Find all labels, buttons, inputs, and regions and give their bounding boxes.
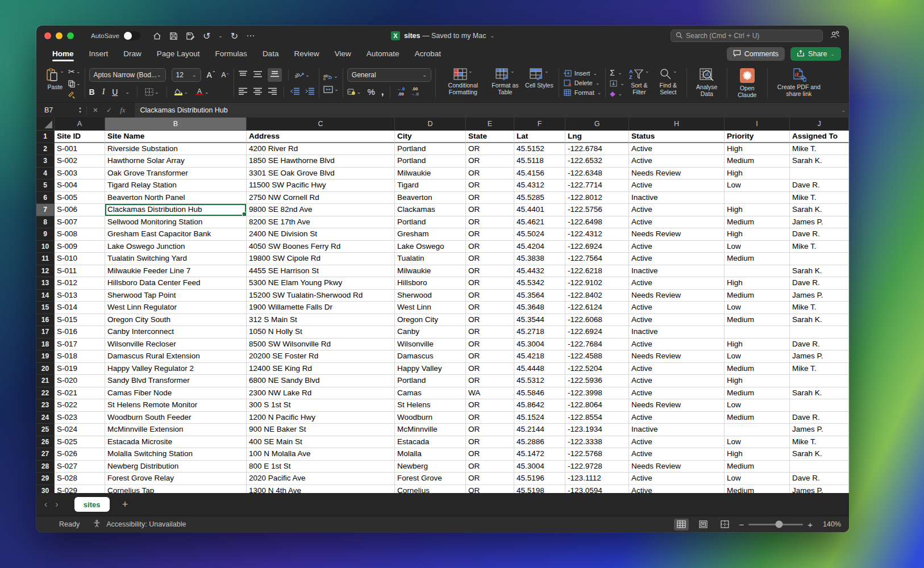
- cell-D19[interactable]: Damascus: [395, 350, 466, 363]
- bold-button[interactable]: B: [89, 87, 95, 97]
- cell-E23[interactable]: OR: [466, 399, 514, 412]
- cell-J16[interactable]: Sarah K.: [790, 314, 849, 327]
- row-header-4[interactable]: 4: [36, 168, 55, 180]
- cell-I14[interactable]: Medium: [725, 290, 790, 302]
- cell-H20[interactable]: Active: [629, 363, 725, 375]
- cell-H12[interactable]: Inactive: [629, 265, 725, 278]
- cell-D18[interactable]: Wilsonville: [395, 339, 466, 351]
- cell-I4[interactable]: High: [725, 168, 790, 180]
- cell-D14[interactable]: Sherwood: [395, 290, 466, 302]
- row-header-25[interactable]: 25: [36, 424, 55, 436]
- cell-H8[interactable]: Active: [629, 216, 725, 229]
- cell-D30[interactable]: Cornelius: [395, 485, 466, 494]
- cell-E4[interactable]: OR: [466, 168, 514, 180]
- cell-B16[interactable]: Oregon City South: [105, 314, 247, 327]
- more-commands-icon[interactable]: ⋯: [246, 31, 255, 41]
- normal-view-button[interactable]: [674, 519, 689, 531]
- create-pdf-button[interactable]: Create PDF and share link: [772, 65, 826, 101]
- cell-E12[interactable]: OR: [466, 265, 514, 278]
- clear-button[interactable]: ◆ ⌄: [610, 90, 625, 98]
- cell-I12[interactable]: [725, 265, 790, 278]
- cell-F18[interactable]: 45.3004: [514, 339, 565, 351]
- cell-E13[interactable]: OR: [466, 277, 514, 290]
- font-color-button[interactable]: A ⌄: [195, 88, 209, 95]
- decrease-font-size-button[interactable]: A⌄: [222, 70, 230, 79]
- cell-I8[interactable]: Medium: [725, 216, 790, 229]
- cell-G4[interactable]: -122.6348: [565, 168, 629, 180]
- cell-D27[interactable]: Molalla: [395, 448, 466, 461]
- cell-G26[interactable]: -122.3338: [565, 436, 629, 449]
- row-header-23[interactable]: 23: [36, 399, 55, 412]
- cell-A30[interactable]: S-029: [55, 485, 105, 494]
- underline-menu-chevron-icon[interactable]: ⌄: [125, 89, 130, 95]
- column-header-E[interactable]: E: [466, 118, 514, 131]
- cell-F10[interactable]: 45.4204: [514, 241, 565, 253]
- cell-C11[interactable]: 19800 SW Cipole Rd: [247, 253, 395, 265]
- cell-B11[interactable]: Tualatin Switching Yard: [105, 253, 247, 265]
- cell-B15[interactable]: West Linn Regulator: [105, 302, 247, 314]
- cell-H13[interactable]: Active: [629, 277, 725, 290]
- merge-center-button[interactable]: ⌄: [323, 86, 339, 93]
- find-select-button[interactable]: ⌄ Find & Select: [654, 65, 682, 101]
- cell-J8[interactable]: James P.: [790, 216, 849, 229]
- cell-B9[interactable]: Gresham East Capacitor Bank: [105, 228, 247, 241]
- cell-J23[interactable]: [790, 399, 849, 412]
- cell-H9[interactable]: Needs Review: [629, 228, 725, 241]
- cell-E10[interactable]: OR: [466, 241, 514, 253]
- collaborators-icon[interactable]: [830, 30, 840, 41]
- row-header-1[interactable]: 1: [36, 131, 55, 143]
- cell-H24[interactable]: Active: [629, 412, 725, 424]
- cell-I3[interactable]: Medium: [725, 155, 790, 168]
- cell-E18[interactable]: OR: [466, 339, 514, 351]
- cancel-entry-icon[interactable]: ✕: [93, 106, 98, 114]
- cell-E29[interactable]: OR: [466, 473, 514, 485]
- cell-A5[interactable]: S-004: [55, 179, 105, 192]
- insert-function-icon[interactable]: fx: [120, 106, 125, 115]
- sheet-tab-sites[interactable]: sites: [74, 497, 110, 512]
- cell-B3[interactable]: Hawthorne Solar Array: [105, 155, 247, 168]
- cell-J6[interactable]: Mike T.: [790, 192, 849, 204]
- cell-I7[interactable]: High: [725, 204, 790, 216]
- cell-D12[interactable]: Milwaukie: [395, 265, 466, 278]
- cell-A14[interactable]: S-013: [55, 290, 105, 302]
- cell-A17[interactable]: S-016: [55, 326, 105, 339]
- cell-F5[interactable]: 45.4312: [514, 179, 565, 192]
- cell-G24[interactable]: -122.8554: [565, 412, 629, 424]
- cell-J2[interactable]: Mike T.: [790, 143, 849, 156]
- page-layout-view-button[interactable]: [696, 519, 710, 531]
- cell-E5[interactable]: OR: [466, 179, 514, 192]
- cell-H27[interactable]: Active: [629, 448, 725, 461]
- cell-B24[interactable]: Woodburn South Feeder: [105, 412, 247, 424]
- cell-C21[interactable]: 6800 NE Sandy Blvd: [247, 375, 395, 387]
- column-header-D[interactable]: D: [395, 118, 466, 131]
- cell-A6[interactable]: S-005: [55, 192, 105, 204]
- row-header-26[interactable]: 26: [36, 436, 55, 449]
- cell-H28[interactable]: Needs Review: [629, 461, 725, 473]
- cell-D3[interactable]: Portland: [395, 155, 466, 168]
- cell-J11[interactable]: [790, 253, 849, 265]
- home-icon[interactable]: [153, 32, 161, 40]
- cell-J1[interactable]: Assigned To: [790, 131, 849, 143]
- cell-C25[interactable]: 900 NE Baker St: [247, 424, 395, 436]
- cell-D13[interactable]: Hillsboro: [395, 277, 466, 290]
- tab-data[interactable]: Data: [263, 47, 279, 62]
- row-header-15[interactable]: 15: [36, 302, 55, 314]
- cell-G19[interactable]: -122.4588: [565, 350, 629, 363]
- search-box[interactable]: [671, 30, 823, 42]
- format-as-table-button[interactable]: ⌄ Format as Table: [486, 65, 524, 101]
- cell-D11[interactable]: Tualatin: [395, 253, 466, 265]
- cell-F7[interactable]: 45.4401: [514, 204, 565, 216]
- cell-J19[interactable]: James P.: [790, 350, 849, 363]
- borders-button[interactable]: ⌄: [145, 88, 159, 96]
- cell-A3[interactable]: S-002: [55, 155, 105, 168]
- row-header-13[interactable]: 13: [36, 277, 55, 290]
- row-header-20[interactable]: 20: [36, 363, 55, 375]
- cell-F24[interactable]: 45.1524: [514, 412, 565, 424]
- cell-J10[interactable]: Mike T.: [790, 241, 849, 253]
- cell-G5[interactable]: -122.7714: [565, 179, 629, 192]
- increase-indent-button[interactable]: [305, 87, 315, 97]
- name-box-up-icon[interactable]: ▲: [78, 106, 82, 110]
- cell-E22[interactable]: WA: [466, 387, 514, 400]
- cell-J5[interactable]: Dave R.: [790, 179, 849, 192]
- redo-icon[interactable]: ↻: [231, 31, 238, 41]
